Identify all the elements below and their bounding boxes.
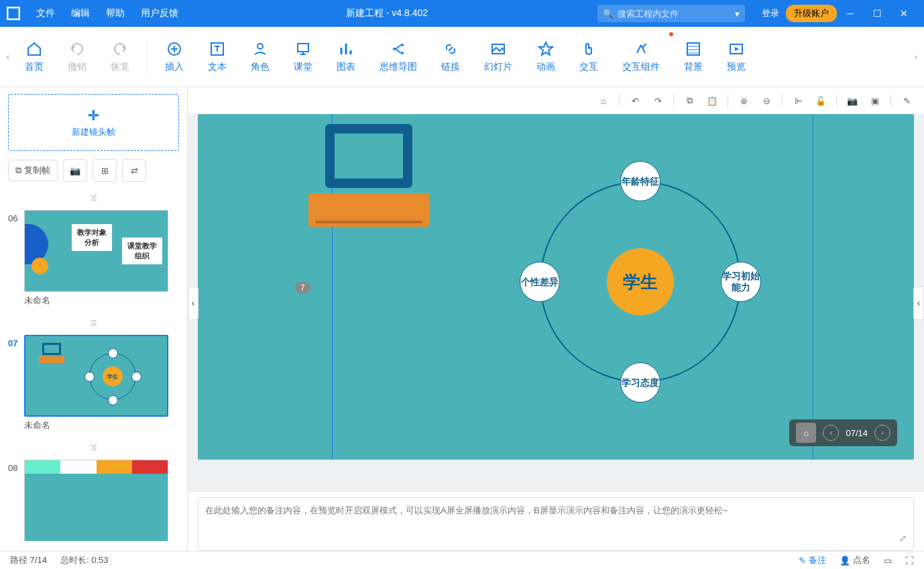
ribbon-link[interactable]: 链接 — [429, 34, 472, 81]
zoom-out-icon[interactable]: ⊖ — [759, 93, 774, 108]
ribbon-text[interactable]: 文本 — [196, 34, 239, 81]
menu-help[interactable]: 帮助 — [98, 7, 133, 19]
swap-icon: ⇄ — [131, 166, 138, 176]
ribbon-role[interactable]: 角色 — [239, 34, 282, 81]
ribbon-scroll-left[interactable]: ‹ — [3, 34, 13, 81]
slide-thumbnail[interactable] — [24, 460, 168, 541]
slide-editor[interactable]: 7 学生 年龄特征 个性差异 学习初始能力 学习态度 ⌂ ‹ 07/14 › — [198, 114, 914, 460]
play-icon — [728, 41, 744, 57]
ribbon-slide-label: 幻灯片 — [484, 61, 512, 73]
frame-tools: ⧉复制帧 📷 ⊞ ⇄ — [8, 159, 179, 182]
lock-icon[interactable]: 🔓 — [813, 93, 828, 108]
svg-point-5 — [393, 48, 396, 50]
menu-file[interactable]: 文件 — [28, 7, 63, 19]
guide-line[interactable] — [813, 114, 813, 460]
canvas[interactable]: ‹ ‹ 7 学生 年龄特征 个性差异 学习初始能力 学习态度 ⌂ — [188, 114, 924, 492]
nav-next-button[interactable]: › — [874, 425, 890, 441]
upgrade-button[interactable]: 升级账户 — [786, 5, 837, 22]
slide-thumbnail[interactable]: 学生 — [24, 335, 168, 417]
hourglass-icon: ⧖ — [8, 442, 179, 453]
screen-icon: ▭ — [884, 556, 892, 566]
plus-icon: ✛ — [88, 107, 99, 123]
node-bottom[interactable]: 学习态度 — [620, 362, 660, 403]
new-frame-button[interactable]: ✛ 新建镜头帧 — [8, 94, 179, 151]
qr-button[interactable]: ⊞ — [93, 159, 117, 182]
slide-thumb-08[interactable]: 08 — [8, 460, 179, 541]
ribbon-interact[interactable]: 交互 — [567, 34, 610, 81]
center-node[interactable]: 学生 — [607, 248, 674, 315]
nav-home-button[interactable]: ⌂ — [796, 423, 816, 443]
hourglass-icon: ⧖ — [8, 192, 179, 203]
ribbon-chart[interactable]: 图表 — [325, 34, 367, 81]
camera-button[interactable]: 📷 — [63, 159, 87, 182]
ribbon-mindmap-label: 思维导图 — [380, 61, 417, 73]
ribbon-bg-label: 背景 — [684, 61, 703, 73]
computer-graphic[interactable] — [325, 124, 429, 227]
login-link[interactable]: 登录 — [762, 7, 779, 19]
canvas-area: ⌂ ↶ ↷ ⧉ 📋 ⊕ ⊖ ⊫ 🔓 📷 ▣ ✎ ‹ ‹ 7 — [188, 87, 924, 551]
slide-thumbnail[interactable]: 教学对象分析 课堂教学组织 — [24, 210, 168, 292]
ribbon-bg[interactable]: 背景 — [672, 34, 715, 81]
align-icon[interactable]: ⊫ — [791, 93, 805, 108]
node-top[interactable]: 年龄特征 — [620, 161, 660, 201]
diagram[interactable]: 学生 年龄特征 个性差异 学习初始能力 学习态度 — [506, 161, 774, 429]
ribbon-class[interactable]: 课堂 — [282, 34, 325, 81]
menu-feedback[interactable]: 用户反馈 — [133, 7, 186, 19]
maximize-button[interactable]: ☐ — [864, 8, 890, 19]
swap-button[interactable]: ⇄ — [122, 159, 146, 182]
titlebar: 文件 编辑 帮助 用户反馈 新建工程 - v4.8.402 🔍 ▾ 登录 升级账… — [0, 0, 924, 27]
ribbon-mindmap[interactable]: 思维导图 — [367, 34, 429, 81]
zoom-in-icon[interactable]: ⊕ — [736, 93, 751, 108]
ribbon-slide[interactable]: 幻灯片 — [472, 34, 524, 81]
rotate-right-icon[interactable]: ↷ — [650, 93, 665, 108]
copy-frame-label: 复制帧 — [24, 164, 50, 176]
app-logo-icon — [7, 7, 20, 20]
search-box[interactable]: 🔍 ▾ — [597, 5, 745, 22]
ribbon-redo[interactable]: 恢复 — [99, 34, 141, 81]
home-icon[interactable]: ⌂ — [596, 93, 611, 108]
notes-panel: ⤢ — [198, 497, 914, 551]
paste-icon[interactable]: 📋 — [705, 93, 719, 108]
nav-pill: ⌂ ‹ 07/14 › — [789, 419, 897, 446]
collapse-left-button[interactable]: ‹ — [188, 287, 198, 320]
slide-thumb-06[interactable]: 06 教学对象分析 课堂教学组织 未命名 — [8, 210, 179, 307]
nav-prev-button[interactable]: ‹ — [823, 425, 839, 441]
expand-icon[interactable]: ⤢ — [899, 533, 907, 544]
notes-textarea[interactable] — [205, 505, 907, 544]
slide-thumb-07[interactable]: 07 学生 未命名 — [8, 335, 179, 431]
thumb-text: 教学对象分析 — [72, 224, 112, 251]
thumb-text: 课堂教学组织 — [122, 238, 162, 264]
ribbon-widget[interactable]: 交互组件 — [610, 34, 672, 81]
search-input[interactable] — [618, 9, 731, 19]
close-button[interactable]: ✕ — [890, 8, 917, 19]
crop-icon[interactable]: ▣ — [868, 93, 882, 108]
minimize-button[interactable]: ─ — [837, 8, 864, 19]
rotate-left-icon[interactable]: ↶ — [628, 93, 642, 108]
copy-frame-button[interactable]: ⧉复制帧 — [8, 160, 58, 181]
status-notes-button[interactable]: ✎备注 — [799, 554, 826, 566]
slide-number: 06 — [8, 210, 24, 223]
node-right[interactable]: 学习初始能力 — [721, 262, 761, 302]
ribbon-chart-label: 图表 — [337, 61, 355, 73]
ribbon-undo[interactable]: 撤销 — [56, 34, 99, 81]
edit-icon[interactable]: ✎ — [899, 93, 914, 108]
camera-icon: 📷 — [70, 166, 80, 176]
ribbon-anim[interactable]: 动画 — [524, 34, 567, 81]
dropdown-icon[interactable]: ▾ — [735, 9, 740, 19]
status-present-button[interactable]: ▭ — [884, 556, 892, 566]
node-left[interactable]: 个性差异 — [520, 262, 560, 302]
menu-edit[interactable]: 编辑 — [63, 7, 98, 19]
copy-icon[interactable]: ⧉ — [682, 93, 697, 108]
status-rollcall-button[interactable]: 👤点名 — [840, 554, 870, 566]
ribbon-scroll-right[interactable]: › — [911, 34, 921, 81]
undo-icon — [69, 41, 85, 57]
camera-icon[interactable]: 📷 — [845, 93, 860, 108]
ribbon-preview[interactable]: 预览 — [715, 34, 758, 81]
ribbon-insert[interactable]: 插入 — [153, 34, 196, 81]
status-fullscreen-button[interactable]: ⛶ — [905, 556, 914, 566]
collapse-right-button[interactable]: ‹ — [913, 287, 924, 320]
hourglass-icon: ⧖ — [8, 317, 179, 328]
ribbon-home[interactable]: 首页 — [13, 34, 56, 81]
person-icon: 👤 — [840, 556, 850, 566]
ribbon-home-label: 首页 — [25, 61, 44, 73]
